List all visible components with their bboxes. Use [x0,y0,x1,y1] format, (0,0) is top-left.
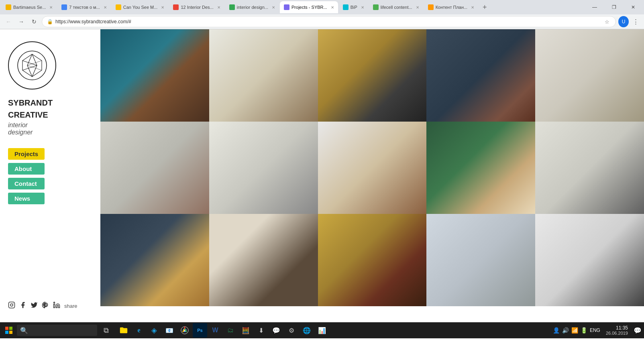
tab-5[interactable]: interior design... ✕ [225,1,279,13]
tab-8-close[interactable]: ✕ [416,5,419,10]
url-text: https://www.sybrandtcreative.com/# [55,19,131,24]
pinterest-icon[interactable] [42,301,49,310]
taskbar-app-excel[interactable]: 🗂 [223,323,238,338]
tab-1-close[interactable]: ✕ [49,5,53,10]
notification-button[interactable]: 💬 [634,323,642,338]
taskbar-app-file-explorer[interactable] [116,323,131,338]
tab-9[interactable]: Контент План... ✕ [424,1,479,13]
extensions-button[interactable]: ⋮ [630,16,641,27]
reload-button[interactable]: ↻ [29,16,39,27]
gallery-item-1[interactable] [100,29,209,122]
tab-8-favicon [373,4,379,10]
share-text[interactable]: share [64,303,77,309]
url-bar[interactable]: 🔒 https://www.sybrandtcreative.com/# ☆ [42,16,616,27]
taskbar-app-chrome[interactable] [177,323,192,338]
taskbar-app-edge[interactable]: 🌐 [300,323,314,338]
tab-7-close[interactable]: ✕ [361,5,364,10]
taskbar-search-box[interactable]: 🔍 [17,325,97,336]
twitter-icon[interactable] [31,301,38,310]
tray-network-icon[interactable]: 👤 [553,327,560,334]
gallery-item-11[interactable] [100,214,209,306]
tab-8[interactable]: lifecell content... ✕ [369,1,423,13]
tray-volume-icon[interactable]: 🔊 [562,327,569,334]
clock-date: 26.06.2019 [606,331,628,336]
gallery-item-5[interactable] [535,29,644,122]
svg-marker-1 [22,54,42,77]
profile-pic-btn[interactable]: U [618,16,629,27]
nav-about[interactable]: About [8,163,45,175]
gallery-item-4[interactable] [426,29,535,122]
tray-battery-icon[interactable]: 🔋 [581,327,587,334]
minimize-button[interactable]: — [585,0,604,14]
tray-wifi-icon[interactable]: 📶 [571,327,578,334]
gallery-item-13[interactable] [318,214,427,306]
tab-6[interactable]: Projects - SYBR... ✕ [280,1,338,13]
tab-5-label: interior design... [237,5,268,10]
logo-svg [16,49,48,81]
tab-4[interactable]: 12 Interior Des... ✕ [169,1,224,13]
linkedin-icon[interactable] [53,301,60,310]
close-button[interactable]: ✕ [624,0,642,14]
taskbar-app-powerpoint[interactable]: 📊 [315,323,329,338]
svg-rect-17 [5,331,8,334]
sidebar: SYBRANDT CREATIVE interior designer Proj… [0,29,100,322]
logo[interactable] [8,41,56,89]
tab-4-close[interactable]: ✕ [217,5,220,10]
instagram-icon[interactable] [8,301,15,310]
tab-3-favicon [116,4,121,10]
taskbar-app-calculator[interactable]: 🧮 [238,323,253,338]
tab-2-close[interactable]: ✕ [104,5,107,10]
tab-1-label: Bartimaeus Se... [13,5,46,10]
taskbar-app-settings[interactable]: ⚙ [284,323,299,338]
tab-7[interactable]: BiP ✕ [339,1,368,13]
new-tab-button[interactable]: + [479,2,490,13]
tab-2[interactable]: 7 текстов о м... ✕ [57,1,110,13]
taskbar-app-download[interactable]: ⬇ [254,323,268,338]
tray-language[interactable]: ENG [590,327,600,333]
facebook-icon[interactable] [19,301,26,310]
taskbar-right: 👤 🔊 📶 🔋 ENG 11:35 26.06.2019 💬 [550,323,642,338]
tab-5-favicon [229,4,235,10]
tab-7-label: BiP [351,5,357,10]
nav-contact[interactable]: Contact [8,178,45,189]
gallery-item-2[interactable] [209,29,318,122]
tab-9-close[interactable]: ✕ [471,5,474,10]
tab-2-favicon [61,4,67,10]
search-icon: 🔍 [20,327,28,334]
back-button[interactable]: ← [3,16,14,27]
start-button[interactable] [2,324,15,337]
brand-subtitle: interior designer [8,122,33,136]
gallery-item-14[interactable] [426,214,535,306]
gallery-item-8[interactable] [318,122,427,214]
taskbar-task-view[interactable]: ⧉ [99,323,113,338]
tab-4-favicon [173,4,179,10]
gallery [100,29,644,322]
taskbar-app-cisco[interactable]: ◈ [147,323,161,338]
user-avatar[interactable]: U [618,16,629,27]
gallery-item-12[interactable] [209,214,318,306]
maximize-button[interactable]: ❐ [605,0,623,14]
tab-5-close[interactable]: ✕ [272,5,275,10]
clock[interactable]: 11:35 26.06.2019 [606,325,630,336]
tab-6-close[interactable]: ✕ [331,5,334,10]
taskbar-app-skype[interactable]: 💬 [269,323,283,338]
nav-news[interactable]: News [8,193,45,204]
taskbar-app-outlook[interactable]: 📧 [162,323,177,338]
forward-button[interactable]: → [16,16,26,27]
nav-projects[interactable]: Projects [8,148,45,160]
tab-9-label: Контент План... [436,5,468,10]
gallery-item-3[interactable] [318,29,427,122]
taskbar-app-ie[interactable]: e [132,323,146,338]
taskbar-app-word[interactable]: W [208,323,222,338]
gallery-item-9[interactable] [426,122,535,214]
gallery-item-15[interactable] [535,214,644,306]
taskbar-app-photoshop[interactable]: Ps [193,323,207,338]
svg-point-11 [10,304,13,306]
tab-3[interactable]: Can You See M... ✕ [112,1,169,13]
gallery-item-7[interactable] [209,122,318,214]
star-icon[interactable]: ☆ [603,18,611,25]
gallery-item-10[interactable] [535,122,644,214]
gallery-item-6[interactable] [100,122,209,214]
tab-1[interactable]: Bartimaeus Se... ✕ [2,1,57,13]
tab-3-close[interactable]: ✕ [161,5,164,10]
